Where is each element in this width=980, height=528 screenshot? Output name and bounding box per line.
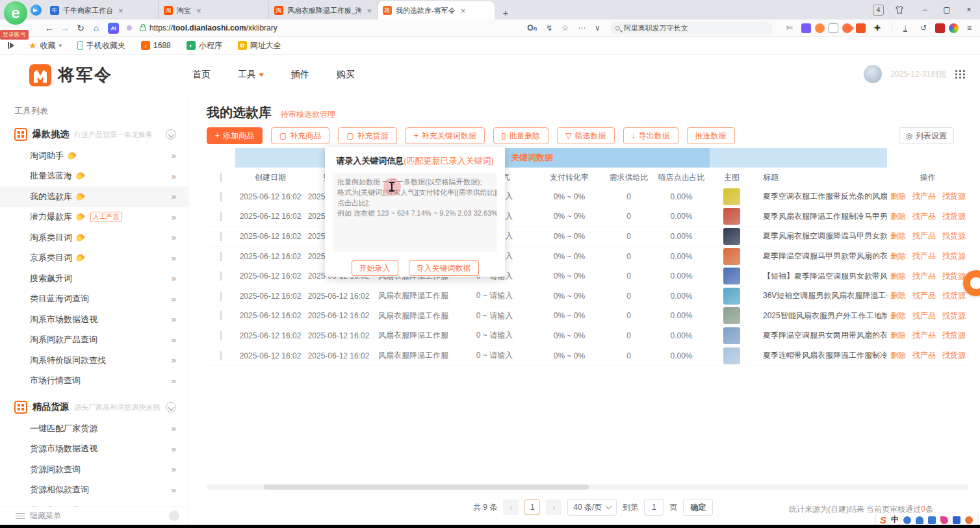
theme-circle-icon[interactable] (949, 23, 959, 33)
action-link-找货源[interactable]: 找货源 (942, 251, 966, 260)
password-key-icon[interactable]: On (527, 23, 537, 32)
product-title[interactable]: 【短袖】夏季降温空调服男女款带风扇... (754, 271, 887, 282)
sidebar-item-一键匹配厂家货源[interactable]: 一键匹配厂家货源» (0, 418, 188, 439)
scrollbar-thumb[interactable] (264, 484, 589, 490)
toolbar-button-添加商品[interactable]: +添加商品 (207, 127, 263, 144)
sidebar-item-市场行情查询[interactable]: 市场行情查询» (0, 371, 188, 392)
bookmark-item[interactable]: ✿网址大全 (238, 40, 281, 51)
action-link-删除[interactable]: 删除 (890, 271, 906, 281)
ext-purple-icon[interactable] (801, 23, 811, 33)
action-link-找货源[interactable]: 找货源 (942, 271, 966, 281)
list-settings-button[interactable]: ◎ 列表设置 (899, 127, 954, 144)
more-tools-icon[interactable]: ⋯ (578, 23, 586, 32)
tab-count-badge[interactable]: 4 (873, 5, 884, 16)
messenger-icon[interactable] (31, 5, 42, 16)
row-checkbox[interactable] (220, 351, 222, 360)
toolbar-button-批量删除[interactable]: ▯批量删除 (493, 127, 549, 144)
action-link-找货源[interactable]: 找货源 (942, 231, 966, 240)
toolbar-search-box[interactable]: 阿里离职发万字长文 (610, 22, 773, 34)
ime-tools-icon[interactable] (953, 516, 961, 524)
tab-close-icon[interactable]: × (196, 6, 201, 16)
action-link-找货源[interactable]: 找货源 (942, 192, 966, 201)
action-link-找产品[interactable]: 找产品 (912, 311, 936, 320)
tab-close-icon[interactable]: × (461, 6, 466, 16)
select-all-checkbox[interactable] (220, 173, 222, 182)
product-title[interactable]: 36V短袖空调服男款风扇衣服降温工作... (754, 290, 887, 301)
sidebar-item-淘系特价版同款查找[interactable]: 淘系特价版同款查找» (0, 350, 188, 371)
collapse-caret-icon[interactable]: ∨ (595, 23, 600, 32)
product-title[interactable]: 夏季降温空调服马甲男款带风扇的衣服... (754, 251, 887, 262)
product-title[interactable]: 夏季空调衣服工作服带反光条的风扇衣... (754, 191, 887, 202)
ime-emoji-icon[interactable] (965, 516, 973, 524)
tab-close-icon[interactable]: × (118, 6, 123, 16)
row-checkbox[interactable] (220, 232, 222, 241)
next-page-button[interactable]: › (546, 499, 561, 515)
action-link-删除[interactable]: 删除 (890, 192, 906, 201)
back-icon[interactable]: ← (42, 23, 57, 33)
extension-dot-icon[interactable] (127, 25, 132, 31)
row-checkbox[interactable] (220, 311, 222, 320)
row-checkbox[interactable] (220, 331, 222, 340)
nav-item-插件[interactable]: 插件 (291, 69, 309, 81)
page-size-select[interactable]: 40 条/页 (567, 499, 617, 516)
action-link-找货源[interactable]: 找货源 (942, 212, 966, 221)
hide-menu-bar[interactable]: 隐藏菜单 (0, 507, 188, 525)
browser-tab[interactable]: 将我的选款库-将军令× (378, 1, 495, 19)
product-thumbnail[interactable] (723, 307, 740, 324)
bookmark-item[interactable]: 手机收藏夹 (77, 40, 125, 51)
prev-page-button[interactable]: ‹ (503, 499, 519, 515)
browser-tab[interactable]: 淘淘宝× (159, 1, 269, 19)
action-link-找产品[interactable]: 找产品 (912, 212, 936, 221)
dialog-button-导入关键词数据[interactable]: 导入关键词数据 (409, 260, 479, 276)
sidebar-toggle-icon[interactable] (8, 42, 14, 49)
bookmark-star-icon[interactable]: ☆ (561, 23, 569, 32)
product-thumbnail[interactable] (723, 248, 740, 265)
sidebar-item-淘系市场数据透视[interactable]: 淘系市场数据透视» (0, 309, 188, 330)
action-link-删除[interactable]: 删除 (890, 212, 906, 221)
action-link-找产品[interactable]: 找产品 (912, 231, 936, 240)
keyboard-icon[interactable] (928, 516, 936, 524)
menu-icon[interactable]: ≡ (967, 23, 972, 32)
new-tab-button[interactable]: + (498, 5, 513, 19)
sogou-logo-icon[interactable]: S (880, 514, 886, 525)
action-link-找产品[interactable]: 找产品 (912, 291, 936, 300)
pending-review-link[interactable]: 待审核选款管理 (281, 109, 335, 120)
address-bar[interactable]: https://tool.dianlaoshi.com/xklibrary (149, 23, 277, 32)
action-link-找货源[interactable]: 找货源 (942, 311, 966, 320)
sidebar-item-淘系同款产品查询[interactable]: 淘系同款产品查询» (0, 330, 188, 351)
toolbar-button-补充商品[interactable]: ▢补充商品 (271, 127, 329, 144)
close-window-button[interactable]: × (958, 0, 980, 19)
action-link-找产品[interactable]: 找产品 (912, 331, 936, 340)
sidebar-item-京系类目词[interactable]: 京系类目词» (0, 248, 188, 269)
scissors-icon[interactable]: ✄ (786, 23, 793, 32)
action-link-删除[interactable]: 删除 (890, 251, 906, 260)
product-title[interactable]: 夏季连帽带风扇衣服降温工作服制冷户... (754, 350, 887, 361)
download-icon[interactable]: ↓ (903, 24, 907, 32)
toolbar-button-筛选数据[interactable]: ▽筛选数据 (557, 127, 614, 144)
nav-item-购买[interactable]: 购买 (337, 69, 355, 81)
bookmark-item[interactable]: ◐小程序 (187, 40, 222, 51)
product-thumbnail[interactable] (723, 188, 740, 205)
goto-page-input[interactable]: 1 (644, 499, 664, 516)
action-link-找货源[interactable]: 找货源 (942, 351, 966, 360)
toolbar-button-导出数据[interactable]: ↓导出数据 (623, 127, 678, 144)
sidebar-section-爆款挑选[interactable]: 爆款挑选行业产品货源一条龙服务 (0, 123, 188, 145)
action-link-找货源[interactable]: 找货源 (942, 331, 966, 340)
flash-icon[interactable]: ↯ (546, 23, 552, 32)
browser-tab[interactable]: 牛千牛商家工作台× (45, 1, 159, 19)
user-avatar[interactable] (864, 65, 882, 83)
action-link-删除[interactable]: 删除 (890, 331, 906, 340)
product-title[interactable]: 夏季降温空调服男女两用带风扇的衣服... (754, 330, 887, 341)
chevron-down-icon[interactable] (166, 129, 176, 140)
ai-assistant-icon[interactable]: AI (108, 23, 119, 34)
confirm-page-button[interactable]: 确定 (683, 499, 713, 516)
sidebar-float-button[interactable] (169, 510, 179, 521)
product-thumbnail[interactable] (723, 268, 740, 284)
ext-phone-icon[interactable] (829, 23, 838, 33)
action-link-找货源[interactable]: 找货源 (942, 291, 966, 300)
nav-item-首页[interactable]: 首页 (192, 69, 211, 81)
site-logo[interactable]: 将军令 (29, 64, 112, 86)
reload-icon[interactable]: ↻ (73, 23, 88, 33)
tab-close-icon[interactable]: × (367, 6, 372, 16)
product-thumbnail[interactable] (723, 208, 740, 225)
